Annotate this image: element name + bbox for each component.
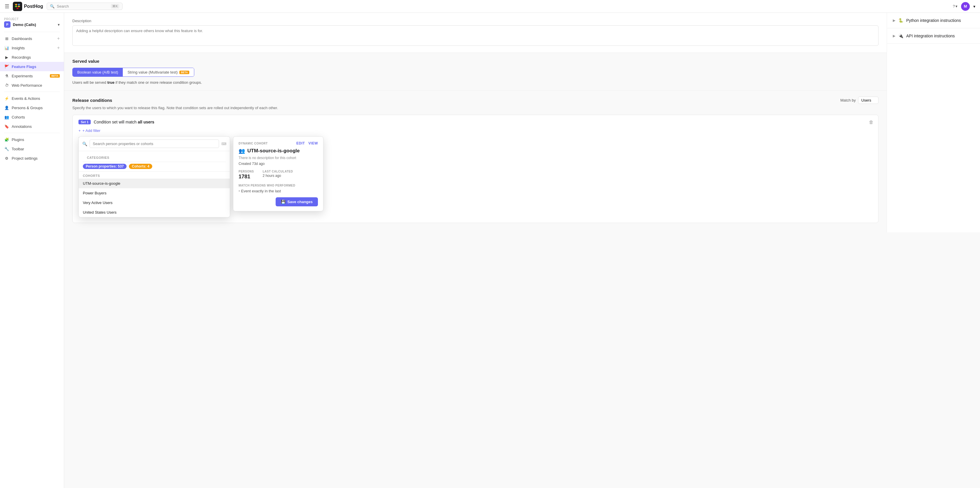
cohort-persons-stat: PERSONS 1781 — [239, 170, 254, 180]
project-settings-icon: ⚙ — [4, 156, 10, 161]
menu-icon[interactable]: ☰ — [5, 3, 10, 10]
sidebar-item-cohorts[interactable]: 👥 Cohorts — [0, 112, 64, 122]
tab-boolean[interactable]: Boolean value (A/B test) — [73, 68, 123, 77]
search-placeholder: Search — [57, 4, 69, 8]
match-by: Match by Users — [840, 97, 878, 104]
api-icon: 🔌 — [898, 33, 903, 38]
condition-set-1: Set 1 Condition set will match all users… — [72, 115, 878, 223]
condition-delete-icon[interactable]: 🗑 — [869, 120, 873, 125]
cohort-created: Created 73d ago — [239, 162, 318, 166]
cohort-item-united-states[interactable]: United States Users — [79, 207, 230, 217]
project-selector[interactable]: P Demo (Calls) ▾ — [4, 21, 60, 28]
match-by-select[interactable]: Users — [858, 97, 878, 104]
last-calculated-label: LAST CALCULATED — [262, 170, 293, 173]
match-item: Event exactly in the last — [239, 189, 318, 193]
cohort-item-very-active[interactable]: Very Active Users — [79, 198, 230, 207]
add-filter-label: + Add filter — [83, 128, 100, 133]
cohort-title-text: UTM-source-is-google — [247, 148, 299, 154]
sidebar-item-label: Web Performance — [12, 83, 42, 88]
avatar[interactable]: M — [961, 2, 970, 11]
description-section: Description — [64, 13, 887, 53]
cohorts-icon: 👥 — [4, 115, 10, 120]
project-icon: P — [4, 21, 11, 28]
logo: PostHog — [13, 2, 43, 11]
events-actions-icon: ⚡ — [4, 96, 10, 101]
cohort-item-utm[interactable]: UTM-source-is-google — [79, 179, 230, 188]
condition-set-header: Set 1 Condition set will match all users… — [78, 120, 872, 124]
dropdown-area: + + Add filter Ro 🔍 ⌨ — [78, 128, 872, 218]
cohorts-pill[interactable]: Cohorts: 4 — [129, 164, 152, 169]
sidebar-item-events-actions[interactable]: ⚡ Events & Actions — [0, 94, 64, 103]
cohort-edit-link[interactable]: Edit — [296, 141, 305, 145]
description-label: Description — [72, 19, 878, 23]
dropdown-kbd: ⌨ — [221, 142, 226, 146]
cohort-icon: 👥 — [239, 148, 245, 154]
sidebar-item-plugins[interactable]: 🧩 Plugins — [0, 135, 64, 144]
insights-icon: 📊 — [4, 45, 10, 51]
help-button[interactable]: ? ▾ — [953, 4, 958, 8]
save-changes-button[interactable]: 💾 Save changes — [275, 197, 318, 206]
cohort-item-power-buyers[interactable]: Power Buyers — [79, 188, 230, 198]
sidebar-item-label: Experiments — [12, 74, 33, 78]
served-value-section: Served value Boolean value (A/B test) St… — [64, 53, 887, 91]
add-filter-icon: + — [78, 128, 81, 133]
tab-string[interactable]: String value (Multivariate test) BETA — [123, 68, 194, 77]
sidebar-item-web-performance[interactable]: ⏱ Web Performance — [0, 81, 64, 90]
sidebar-item-insights[interactable]: 📊 Insights + — [0, 43, 64, 53]
release-title: Release conditions — [72, 98, 112, 103]
categories-label: CATEGORIES — [83, 153, 226, 162]
search-icon: 🔍 — [50, 4, 54, 8]
recordings-icon: ▶ — [4, 54, 10, 60]
python-integration-item[interactable]: ▶ 🐍 Python integration instructions — [887, 13, 980, 28]
sidebar-item-label: Project settings — [12, 156, 38, 161]
api-chevron-icon: ▶ — [893, 34, 896, 38]
dropdown-search-icon: 🔍 — [82, 142, 87, 146]
served-value-note: Users will be served true if they match … — [72, 80, 878, 85]
cohort-view-link[interactable]: View — [308, 141, 318, 145]
experiments-icon: ⚗ — [4, 73, 10, 78]
sidebar-item-annotations[interactable]: 🔖 Annotations — [0, 122, 64, 131]
cohorts-section-label: COHORTS — [79, 172, 230, 179]
description-input[interactable] — [72, 26, 878, 46]
feature-flags-icon: 🚩 — [4, 64, 10, 69]
dashboards-add-icon[interactable]: + — [57, 36, 60, 41]
sidebar-item-label: Plugins — [12, 137, 24, 142]
release-conditions-section: Release conditions Match by Users Specif… — [64, 91, 887, 232]
served-value-title: Served value — [72, 59, 878, 64]
sidebar-item-label: Insights — [12, 46, 25, 50]
dropdown-search-input[interactable] — [89, 140, 219, 148]
release-header: Release conditions Match by Users — [72, 97, 878, 104]
sidebar-item-label: Persons & Groups — [12, 106, 43, 110]
left-col: Description Served value Boolean value (… — [64, 13, 887, 232]
condition-set-label: Condition set will match all users — [94, 120, 154, 124]
person-properties-pill[interactable]: Person properties: 537 — [83, 164, 127, 169]
sidebar-item-project-settings[interactable]: ⚙ Project settings — [0, 153, 64, 163]
avatar-chevron: ▾ — [973, 4, 975, 9]
sidebar-item-dashboards[interactable]: ⊞ Dashboards + — [0, 34, 64, 43]
help-chevron: ▾ — [956, 4, 958, 8]
sidebar-item-toolbar[interactable]: 🔧 Toolbar — [0, 144, 64, 153]
search-bar[interactable]: 🔍 Search ⌘K — [47, 3, 123, 10]
sidebar-item-label: Cohorts — [12, 115, 25, 120]
insights-add-icon[interactable]: + — [57, 45, 60, 51]
save-label: Save changes — [287, 199, 313, 204]
api-label: API integration instructions — [906, 33, 955, 38]
tab-string-label: String value (Multivariate test) — [127, 70, 178, 75]
cohort-stats: PERSONS 1781 LAST CALCULATED 2 hours ago — [239, 170, 318, 180]
set-badge: Set 1 — [78, 120, 91, 124]
sidebar-item-experiments[interactable]: ⚗ Experiments BETA — [0, 71, 64, 81]
cohort-last-calc-stat: LAST CALCULATED 2 hours ago — [262, 170, 293, 180]
project-chevron: ▾ — [58, 22, 60, 27]
sidebar-item-recordings[interactable]: ▶ Recordings — [0, 53, 64, 62]
logo-text: PostHog — [24, 4, 43, 9]
release-desc: Specify the users to which you want to r… — [72, 106, 878, 110]
annotations-icon: 🔖 — [4, 124, 10, 129]
sidebar-item-persons-groups[interactable]: 👤 Persons & Groups — [0, 103, 64, 112]
main-two-col: Description Served value Boolean value (… — [64, 13, 980, 232]
category-pills: Person properties: 537 Cohorts: 4 — [83, 164, 226, 169]
topnav-right: ? ▾ M ▾ — [953, 2, 975, 11]
project-label: PROJECT — [4, 18, 60, 21]
add-filter-button[interactable]: + + Add filter — [78, 128, 100, 133]
api-integration-item[interactable]: ▶ 🔌 API integration instructions — [887, 28, 980, 44]
sidebar-item-feature-flags[interactable]: 🚩 Feature Flags — [0, 62, 64, 71]
